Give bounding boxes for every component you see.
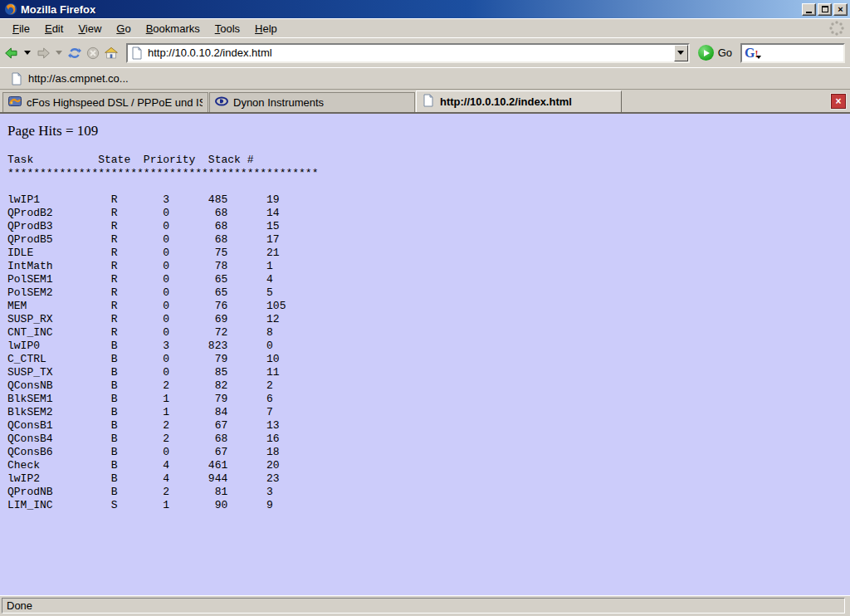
firefox-logo-icon (4, 2, 17, 16)
status-bar: Done (0, 595, 850, 616)
address-dropdown-icon[interactable] (674, 45, 688, 61)
tab-label: cFos Highspeed DSL / PPPoE und ISDN CAP.… (27, 96, 203, 109)
forward-button[interactable] (35, 41, 51, 66)
cfos-icon (8, 95, 22, 110)
stop-button[interactable] (85, 41, 101, 66)
tab-3[interactable]: http://10.0.10.2/index.html (416, 90, 622, 112)
page-content: Page Hits = 109 Task State Priority Stac… (0, 114, 850, 595)
restore-icon[interactable] (818, 3, 832, 16)
menu-item-bookmarks[interactable]: Bookmarks (139, 20, 208, 37)
home-button[interactable] (103, 41, 120, 66)
page-hits-text: Page Hits = 109 (7, 123, 850, 139)
tab-2[interactable]: Dynon Instruments (209, 92, 415, 112)
status-text: Done (7, 599, 32, 612)
title-bar: Mozilla Firefox × (0, 0, 850, 18)
menu-item-file[interactable]: File (5, 20, 37, 37)
page-icon (422, 94, 435, 110)
menu-item-edit[interactable]: Edit (37, 20, 71, 37)
tab-bar: cFos Highspeed DSL / PPPoE und ISDN CAP.… (0, 90, 850, 114)
menu-item-tools[interactable]: Tools (208, 20, 247, 37)
throbber-icon (828, 20, 845, 37)
menu-item-view[interactable]: View (71, 20, 109, 37)
go-button[interactable]: Go (696, 45, 739, 61)
search-engine-dropdown-icon[interactable] (756, 56, 761, 59)
status-panel: Done (2, 598, 845, 614)
bookmark-item[interactable]: http://as.cmpnet.co... (7, 71, 132, 87)
forward-dropdown-icon[interactable] (56, 51, 62, 55)
tab-label: http://10.0.10.2/index.html (440, 95, 572, 108)
tab-1[interactable]: cFos Highspeed DSL / PPPoE und ISDN CAP.… (2, 92, 208, 112)
window-title: Mozilla Firefox (21, 3, 95, 16)
close-icon[interactable]: × (833, 3, 848, 16)
reload-icon (68, 46, 81, 60)
menu-item-help[interactable]: Help (247, 20, 285, 37)
go-button-label: Go (718, 46, 732, 59)
back-dropdown-icon[interactable] (24, 51, 31, 55)
menu-item-go[interactable]: Go (109, 20, 138, 37)
bookmark-label: http://as.cmpnet.co... (28, 72, 129, 85)
address-bar[interactable] (126, 43, 690, 63)
forward-icon (37, 46, 50, 60)
go-icon (698, 45, 714, 61)
stop-icon (86, 46, 100, 60)
reload-button[interactable] (66, 41, 83, 66)
close-tab-icon[interactable]: × (831, 94, 846, 109)
page-icon (10, 72, 23, 86)
bookmarks-bar: http://as.cmpnet.co... (0, 67, 850, 90)
page-icon (130, 46, 144, 60)
search-box[interactable]: G! (740, 43, 845, 63)
search-input[interactable] (763, 46, 843, 61)
back-icon (5, 46, 18, 60)
menu-bar: FileEditViewGoBookmarksToolsHelp (0, 18, 850, 37)
address-input[interactable] (148, 46, 674, 61)
dynon-icon (215, 95, 228, 110)
minimize-icon[interactable] (802, 3, 816, 16)
task-table: Task State Priority Stack # ************… (7, 154, 850, 512)
back-button[interactable] (3, 41, 20, 66)
navigation-toolbar: Go G! (0, 37, 850, 67)
tab-label: Dynon Instruments (233, 96, 324, 109)
home-icon (105, 46, 118, 60)
browser-window: Mozilla Firefox × FileEditViewGoBookmark… (0, 0, 850, 616)
